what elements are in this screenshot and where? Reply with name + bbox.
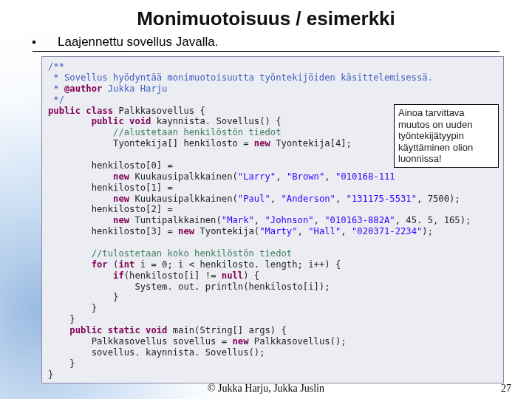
code-line: }: [48, 303, 97, 313]
page-number: 27: [501, 383, 511, 395]
code-str: "020371-2234": [352, 226, 422, 236]
code-line: i = 0; i < henkilosto. length; i++) {: [134, 259, 341, 270]
code-kw: new: [48, 215, 129, 225]
code-line: (henkilosto[i] !=: [124, 270, 222, 281]
code-kw: class: [81, 106, 113, 116]
code-line: );: [422, 226, 433, 236]
code-str: "Hall": [308, 226, 341, 236]
callout-box: Ainoa tarvittava muutos on uuden työntek…: [394, 104, 499, 168]
code-kw: static: [102, 325, 140, 335]
code-line: Palkkasovellus();: [249, 336, 347, 347]
code-line: ,: [276, 171, 287, 182]
code-line: /**: [48, 61, 64, 72]
code-line: Tyontekija[4];: [270, 138, 352, 149]
code-str: "Paul": [238, 194, 270, 204]
footer-copyright: © Jukka Harju, Jukka Juslin: [0, 383, 532, 395]
code-kw: new: [254, 138, 270, 149]
code-line: , 45. 5, 165);: [395, 215, 471, 225]
slide-title: Monimuotoisuus / esimerkki: [0, 0, 532, 30]
code-str: "Marty": [259, 226, 297, 236]
code-line: }: [48, 314, 75, 324]
code-kw: if: [48, 270, 124, 281]
code-line: ,: [270, 194, 282, 204]
code-kw: new: [178, 226, 194, 236]
code-line: henkilosto[2] =: [48, 204, 173, 214]
code-kw: public: [48, 325, 102, 335]
code-kw: public: [48, 116, 124, 126]
code-line: */: [48, 95, 64, 105]
code-line: ,: [254, 215, 265, 225]
code-line: Tyontekija(: [194, 226, 259, 236]
code-kw: new: [232, 336, 248, 347]
code-line: ,: [298, 226, 309, 236]
code-line: sovellus. kaynnista. Sovellus();: [48, 347, 265, 358]
code-kw: new: [48, 171, 129, 182]
bullet-text: Laajennettu sovellus Javalla.: [58, 35, 218, 50]
code-line: kaynnista. Sovellus() {: [151, 116, 281, 126]
code-line: , 7500);: [417, 194, 460, 204]
code-line: Jukka Harju: [102, 83, 167, 94]
code-line: ,: [341, 226, 352, 236]
code-line: ) {: [243, 270, 259, 281]
code-str: "Anderson": [282, 194, 335, 204]
code-line: Tyontekija[] henkilosto =: [48, 138, 254, 149]
code-line: }: [48, 292, 118, 302]
code-line: ,: [314, 215, 325, 225]
code-line: henkilosto[3] =: [48, 226, 178, 236]
code-line: henkilosto[1] =: [48, 183, 173, 193]
code-str: "Brown": [287, 171, 324, 182]
divider: [33, 51, 499, 52]
code-str: "010163-882A": [324, 215, 395, 225]
code-line: main(String[] args) {: [167, 325, 286, 335]
bullet-row: Laajennettu sovellus Javalla.: [33, 35, 532, 50]
code-kw: for: [48, 259, 108, 270]
code-comment: //alustetaan henkilöstön tiedot: [48, 127, 282, 137]
code-line: *: [48, 83, 64, 94]
code-line: Palkkasovellus {: [113, 106, 205, 116]
code-line: }: [48, 358, 75, 369]
slide: Monimuotoisuus / esimerkki Laajennettu s…: [0, 0, 532, 399]
code-str: "010168-111: [335, 171, 395, 182]
code-line: Kuukausipalkkainen(: [129, 194, 238, 204]
code-str: "Larry": [238, 171, 276, 182]
code-kw: public: [48, 106, 81, 116]
code-line: ,: [324, 171, 335, 182]
code-kw: new: [48, 194, 129, 204]
code-kw: void: [140, 325, 168, 335]
code-str: "Johnson": [265, 215, 314, 225]
code-line: System. out. println(henkilosto[i]);: [48, 282, 330, 292]
code-line: Kuukausipalkkainen(: [129, 171, 238, 182]
code-line: }: [48, 369, 53, 380]
code-line: (: [108, 259, 119, 270]
code-str: "131175-5531": [347, 194, 417, 204]
code-tag: @author: [64, 83, 102, 94]
code-comment: //tulostetaan koko henkilöstön tiedot: [48, 248, 292, 259]
code-kw: void: [124, 116, 151, 126]
code-panel: Ainoa tarvittava muutos on uuden työntek…: [41, 56, 504, 383]
bullet-dot-icon: [33, 41, 35, 44]
code-line: Tuntipalkkainen(: [129, 215, 222, 225]
code-kw: int: [118, 259, 134, 270]
code-line: Palkkasovellus sovellus =: [48, 336, 232, 347]
code-str: "Mark": [222, 215, 254, 225]
code-line: ,: [335, 194, 347, 204]
code-line: henkilosto[0] =: [48, 160, 173, 171]
code-kw: null: [222, 270, 243, 281]
code-line: * Sovellus hyödyntää monimuotoisuutta ty…: [48, 72, 433, 83]
